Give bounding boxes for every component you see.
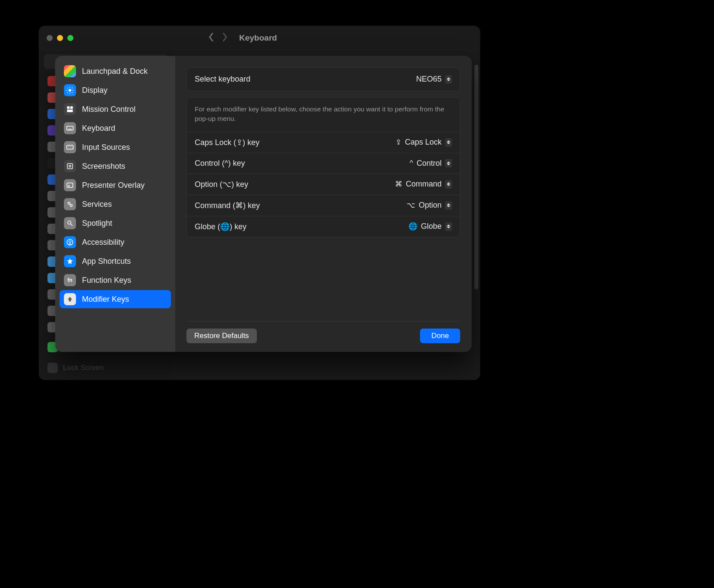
nav-forward-button[interactable] xyxy=(221,32,229,44)
sidebar-item-spotlight[interactable]: Spotlight xyxy=(60,214,171,232)
scrollbar-thumb[interactable] xyxy=(474,65,478,289)
modifier-row-label: Control (^) key xyxy=(195,159,245,168)
updown-icon xyxy=(445,138,452,147)
select-keyboard-label: Select keyboard xyxy=(195,75,250,84)
sidebar-item-label: Services xyxy=(82,200,112,209)
svg-line-8 xyxy=(72,88,73,89)
nav-back-button[interactable] xyxy=(207,32,215,44)
svg-point-17 xyxy=(71,146,72,147)
modifier-row-label: Caps Lock (⇪) key xyxy=(195,138,259,147)
svg-rect-10 xyxy=(70,106,73,109)
page-title: Keyboard xyxy=(239,33,277,43)
sidebar-item-keyboard[interactable]: Keyboard xyxy=(60,119,171,137)
svg-rect-18 xyxy=(67,164,73,169)
fn-icon: fn xyxy=(64,274,76,286)
modifier-row-option: Option (⌥) key ⌘ Command xyxy=(187,174,460,195)
svg-point-27 xyxy=(70,240,70,241)
select-keyboard-popup[interactable]: NEO65 xyxy=(416,75,452,84)
sidebar-item-mission-control[interactable]: Mission Control xyxy=(60,100,171,118)
updown-icon xyxy=(445,75,452,84)
sidebar-item-app-shortcuts[interactable]: App Shortcuts xyxy=(60,252,171,270)
sidebar-item-label: Input Sources xyxy=(82,143,130,152)
sidebar-item-label: Spotlight xyxy=(82,219,112,228)
sidebar-item-label: Keyboard xyxy=(82,124,115,133)
svg-line-6 xyxy=(72,92,73,93)
traffic-lights[interactable] xyxy=(47,35,73,41)
modifier-row-label: Option (⌥) key xyxy=(195,180,248,189)
zoom-window-button[interactable] xyxy=(67,35,73,41)
select-keyboard-row: Select keyboard NEO65 xyxy=(186,67,460,91)
modifier-row-globe: Globe (🌐) key 🌐 Globe xyxy=(187,216,460,237)
sidebar-item-screenshots[interactable]: Screenshots xyxy=(60,157,171,175)
services-icon xyxy=(64,198,76,210)
sidebar-item-function-keys[interactable]: fn Function Keys xyxy=(60,271,171,289)
svg-point-22 xyxy=(68,202,70,204)
modifier-value-text: Caps Lock xyxy=(405,138,442,147)
modifier-value-symbol: ⌥ xyxy=(407,201,415,210)
modifier-icon xyxy=(64,293,76,305)
modifier-value-symbol: ^ xyxy=(410,159,413,168)
launchpad-icon xyxy=(64,65,76,77)
modifier-row-label: Globe (🌐) key xyxy=(195,222,246,231)
modifier-description: For each modifier key listed below, choo… xyxy=(187,98,460,132)
restore-defaults-button[interactable]: Restore Defaults xyxy=(186,329,257,343)
updown-icon xyxy=(445,222,452,231)
sidebar-item-lock-screen[interactable]: Lock Screen xyxy=(44,360,167,376)
modifier-row-popup[interactable]: ^ Control xyxy=(410,159,452,168)
scrollbar[interactable] xyxy=(474,65,478,376)
sidebar-item-label: Display xyxy=(82,86,107,95)
svg-line-7 xyxy=(67,92,68,93)
input-sources-icon xyxy=(64,141,76,153)
sidebar-item-services[interactable]: Services xyxy=(60,195,171,213)
svg-rect-9 xyxy=(67,106,70,109)
svg-point-23 xyxy=(70,205,73,207)
modifier-row-popup[interactable]: ⌘ Command xyxy=(395,180,452,189)
sidebar-item-label: Screenshots xyxy=(82,162,125,171)
sidebar-item-presenter-overlay[interactable]: Presenter Overlay xyxy=(60,176,171,194)
minimize-window-button[interactable] xyxy=(57,35,63,41)
modifier-value-text: Globe xyxy=(421,222,442,231)
updown-icon xyxy=(445,159,452,168)
accessibility-icon xyxy=(64,236,76,248)
svg-point-19 xyxy=(69,165,71,168)
modifier-value-symbol: 🌐 xyxy=(408,222,417,231)
svg-point-15 xyxy=(68,146,69,147)
modifier-row-popup[interactable]: ⌥ Option xyxy=(407,201,452,210)
svg-rect-11 xyxy=(67,110,73,112)
svg-line-25 xyxy=(71,224,73,226)
modifier-row-caps-lock: Caps Lock (⇪) key ⇪ Caps Lock xyxy=(187,132,460,153)
modifier-row-command: Command (⌘) key ⌥ Option xyxy=(187,195,460,216)
sidebar-item-launchpad-dock[interactable]: Launchpad & Dock xyxy=(60,62,171,80)
modifier-value-text: Control xyxy=(417,159,442,168)
presenter-icon xyxy=(64,179,76,191)
sidebar-item-label: Launchpad & Dock xyxy=(82,67,148,76)
sidebar-item-input-sources[interactable]: Input Sources xyxy=(60,138,171,156)
svg-point-24 xyxy=(68,221,71,224)
modifier-value-text: Command xyxy=(406,180,442,189)
select-keyboard-value: NEO65 xyxy=(416,75,442,84)
modifier-keys-sheet: Launchpad & Dock Display Mission Control… xyxy=(55,56,471,352)
svg-line-5 xyxy=(67,88,68,89)
mission-control-icon xyxy=(64,103,76,115)
app-shortcuts-icon xyxy=(64,255,76,267)
sidebar-item-label: Mission Control xyxy=(82,105,136,114)
svg-point-16 xyxy=(70,146,70,147)
lock-icon xyxy=(47,363,58,373)
svg-point-21 xyxy=(68,185,70,187)
sheet-sidebar: Launchpad & Dock Display Mission Control… xyxy=(55,56,175,352)
window-toolbar: Keyboard xyxy=(39,26,480,50)
sidebar-item-label: Function Keys xyxy=(82,276,131,285)
sidebar-item-accessibility[interactable]: Accessibility xyxy=(60,233,171,251)
modifier-value-text: Option xyxy=(419,201,442,210)
close-window-button[interactable] xyxy=(47,35,53,41)
sidebar-item-display[interactable]: Display xyxy=(60,81,171,99)
modifier-row-popup[interactable]: ⇪ Caps Lock xyxy=(395,138,452,147)
screenshot-icon xyxy=(64,160,76,172)
sidebar-item-label: Accessibility xyxy=(82,238,124,247)
sidebar-item-modifier-keys[interactable]: Modifier Keys xyxy=(60,290,171,308)
sidebar-item-label: Presenter Overlay xyxy=(82,181,145,190)
svg-rect-14 xyxy=(67,145,73,149)
keyboard-icon xyxy=(64,122,76,134)
done-button[interactable]: Done xyxy=(420,329,460,343)
modifier-row-popup[interactable]: 🌐 Globe xyxy=(408,222,452,231)
